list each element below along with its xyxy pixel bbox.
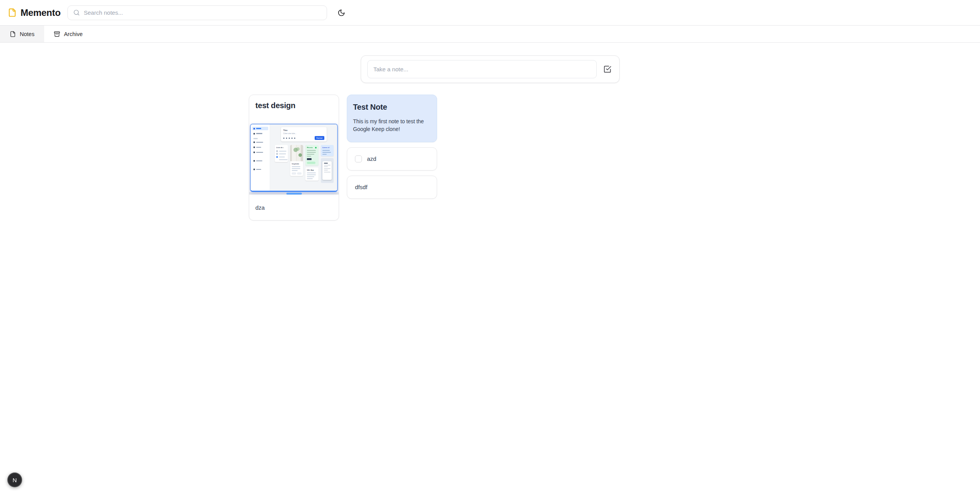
note-image-thumbnail: Titre Créer une note... Fermer (249, 124, 339, 197)
thumbnail-pin-icon (315, 147, 317, 148)
note-card-test-design[interactable]: test design (249, 95, 339, 221)
grid-column-1: test design (249, 95, 339, 221)
app-header: Memento (0, 0, 980, 25)
thumbnail-phone-mockup (321, 158, 334, 183)
thumbnail-sidebar (251, 124, 270, 191)
note-body: dza (249, 197, 339, 220)
tab-archive[interactable]: Archive (44, 26, 92, 42)
app-logo: Memento (8, 7, 60, 18)
theme-toggle-button[interactable] (334, 5, 349, 20)
notes-grid: test design (249, 95, 731, 221)
tab-notes[interactable]: Notes (0, 26, 44, 42)
archive-icon (54, 31, 60, 37)
composer-wrap (0, 55, 980, 83)
new-checklist-button[interactable] (602, 64, 613, 75)
note-card-dfsdf[interactable]: dfsdf (347, 176, 437, 199)
note-body: This is my first note to test the Google… (353, 117, 431, 133)
moon-icon (338, 9, 345, 17)
thumbnail-close-button: Fermer (315, 136, 324, 140)
thumbnail-card-deco: Inspiration Déco (290, 145, 303, 176)
note-title: test design (249, 95, 339, 110)
note-title: Test Note (353, 103, 431, 112)
note-card-test-note[interactable]: Test Note This is my first note to test … (347, 95, 437, 142)
thumbnail-scroll-pill (286, 193, 302, 195)
check-square-icon (603, 65, 611, 73)
thumbnail-card-shopping: Liste de courses (275, 145, 288, 162)
thumbnail-main-area: Titre Créer une note... Fermer (270, 124, 337, 191)
main-content: test design (0, 55, 980, 221)
thumbnail-composer: Titre Créer une note... Fermer (281, 127, 327, 141)
note-body: dfsdf (355, 183, 367, 191)
app-title: Memento (21, 7, 60, 18)
search-bar[interactable] (67, 5, 327, 20)
note-body: azd (367, 155, 376, 163)
thumbnail-card-books: Livres à lire (321, 145, 334, 156)
note-logo-icon (8, 8, 17, 17)
search-input[interactable] (84, 9, 321, 16)
tab-notes-label: Notes (20, 31, 34, 37)
thumbnail-notes-grid: Liste de courses (270, 141, 337, 183)
note-icon (10, 31, 16, 37)
take-note-input[interactable] (367, 60, 597, 78)
thumbnail-app-window: Titre Créer une note... Fermer (250, 124, 338, 192)
checklist-checkbox[interactable] (355, 155, 362, 162)
thumbnail-card-idea: Idée App (305, 167, 319, 181)
tab-bar: Notes Archive (0, 25, 980, 43)
note-composer (361, 55, 620, 83)
user-avatar[interactable]: N (7, 473, 22, 487)
search-icon (73, 9, 80, 16)
user-initial: N (13, 477, 17, 483)
thumbnail-card-meeting: Réunion Q4 (305, 145, 319, 166)
thumbnail-room-photo (290, 145, 303, 161)
grid-column-2: Test Note This is my first note to test … (347, 95, 437, 199)
tab-archive-label: Archive (64, 31, 83, 37)
note-card-azd[interactable]: azd (347, 147, 437, 171)
